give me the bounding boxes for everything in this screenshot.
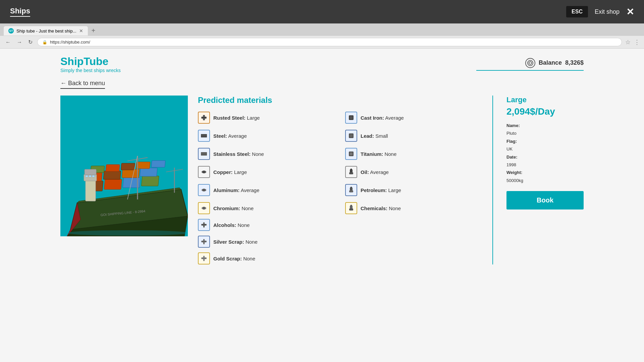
svg-rect-57 <box>349 190 353 192</box>
chromium-text: Chromium: None <box>213 205 254 211</box>
chromium-icon <box>198 202 210 214</box>
copper-icon <box>198 166 210 178</box>
new-tab-button[interactable]: + <box>89 25 98 36</box>
svg-point-31 <box>67 230 188 236</box>
titanium-text: Titanium: None <box>361 151 396 157</box>
steel-text: Steel: Average <box>213 133 247 139</box>
svg-rect-58 <box>351 187 352 188</box>
rusted-steel-icon <box>198 112 210 124</box>
svg-rect-34 <box>202 117 206 118</box>
svg-rect-9 <box>141 176 159 186</box>
ship-weight-line: Weight: 50000kg <box>506 169 584 184</box>
tab-favicon: ST <box>8 28 14 34</box>
oil-text: Oil: Average <box>361 169 389 175</box>
vertical-divider <box>492 96 493 264</box>
game-topbar: Ships ESC Exit shop ✕ <box>0 0 644 23</box>
chemicals-text: Chemicals: None <box>361 205 401 211</box>
balance-section: Balance 8,326$ <box>476 58 584 71</box>
browser-menu-icon[interactable]: ⋮ <box>634 39 640 46</box>
alcohols-text: Alcohols: None <box>213 222 250 228</box>
balance-label: Balance <box>539 59 562 66</box>
svg-rect-54 <box>349 172 353 174</box>
silver-scrap-icon <box>198 236 210 248</box>
list-item: Aluminum: Average <box>198 184 332 196</box>
svg-rect-17 <box>136 162 150 169</box>
game-topbar-right: ESC Exit shop ✕ <box>566 6 634 17</box>
rusted-steel-text: Rusted Steel: Large <box>213 115 260 121</box>
svg-rect-7 <box>104 179 122 189</box>
address-bar[interactable]: 🔒 https://shiptube.com/ <box>37 38 622 46</box>
back-to-menu-button[interactable]: ← Back to menu <box>60 80 105 89</box>
materials-extra: Alcohols: None Silver Scrap: None Gold S… <box>198 219 479 264</box>
bookmark-icon[interactable]: ☆ <box>625 39 631 46</box>
svg-rect-21 <box>85 169 96 175</box>
browser-address-bar: ← → ↻ 🔒 https://shiptube.com/ ☆ ⋮ <box>0 36 644 48</box>
svg-rect-13 <box>140 168 157 176</box>
ship-name-value: Pluto <box>506 129 584 137</box>
materials-left-col: Rusted Steel: Large Steel: Average <box>198 112 332 214</box>
exit-shop-label[interactable]: Exit shop <box>595 8 620 15</box>
oil-icon <box>345 166 357 178</box>
svg-point-0 <box>528 60 533 66</box>
browser-tab-active[interactable]: ST Ship tube - Just the best ship... ✕ <box>3 26 88 36</box>
silver-scrap-text: Silver Scrap: None <box>213 239 258 245</box>
list-item: Chemicals: None <box>345 202 479 214</box>
lead-icon <box>345 130 357 142</box>
svg-rect-67 <box>203 256 205 261</box>
esc-button[interactable]: ESC <box>566 6 588 17</box>
ship-image: GOI SHIPPING LINE - 8-2994 <box>60 96 188 236</box>
svg-rect-18 <box>151 161 165 167</box>
materials-section: Predicted materials Rusted Steel: Large <box>198 96 479 264</box>
list-item: Silver Scrap: None <box>198 236 479 248</box>
materials-title: Predicted materials <box>198 96 479 105</box>
materials-grid: Rusted Steel: Large Steel: Average <box>198 112 479 214</box>
alcohols-icon <box>198 219 210 231</box>
refresh-nav-button[interactable]: ↻ <box>27 38 34 46</box>
book-button[interactable]: Book <box>506 191 584 209</box>
copper-text: Copper: Large <box>213 169 247 175</box>
balance-icon <box>525 58 535 68</box>
list-item: Lead: Small <box>345 130 479 142</box>
list-item: Alcohols: None <box>198 219 479 231</box>
svg-rect-12 <box>122 169 140 178</box>
list-item: Rusted Steel: Large <box>198 112 332 124</box>
brand-subtitle: Simply the best ships wrecks <box>60 68 121 73</box>
ship-weight-value: 50000kg <box>506 177 584 184</box>
ship-flag-line: Flag: UK <box>506 137 584 153</box>
svg-rect-55 <box>351 169 352 170</box>
forward-nav-button[interactable]: → <box>15 39 23 46</box>
ship-flag-value: UK <box>506 145 584 153</box>
svg-rect-23 <box>89 175 91 177</box>
list-item: Gold Scrap: None <box>198 252 479 264</box>
ship-name-line: Name: Pluto <box>506 122 584 137</box>
svg-rect-11 <box>103 171 121 179</box>
steel-icon <box>198 130 210 142</box>
svg-rect-50 <box>350 134 353 137</box>
svg-rect-16 <box>121 163 135 170</box>
game-title: Ships <box>10 7 30 17</box>
svg-rect-65 <box>203 239 205 244</box>
close-icon[interactable]: ✕ <box>626 6 634 17</box>
stainless-steel-text: Stainless Steel: None <box>213 151 264 157</box>
cast-iron-icon <box>345 112 357 124</box>
ship-date-line: Date: 1998 <box>506 153 584 169</box>
svg-rect-44 <box>203 189 205 191</box>
svg-rect-22 <box>86 175 88 177</box>
lead-text: Lead: Small <box>361 133 388 139</box>
back-nav-button[interactable]: ← <box>4 39 12 46</box>
tab-close-icon[interactable]: ✕ <box>79 28 83 34</box>
browser-tabs: ST Ship tube - Just the best ship... ✕ + <box>0 23 644 36</box>
brand-title: ShipTube <box>60 55 121 68</box>
svg-rect-52 <box>350 153 353 155</box>
svg-point-1 <box>529 62 532 64</box>
list-item: Stainless Steel: None <box>198 148 332 160</box>
main-layout: GOI SHIPPING LINE - 8-2994 Predicted mat… <box>60 96 584 264</box>
svg-rect-63 <box>203 222 205 228</box>
svg-rect-61 <box>351 205 352 206</box>
aluminum-icon <box>198 184 210 196</box>
svg-rect-46 <box>203 207 205 209</box>
balance-amount: 8,326$ <box>565 59 584 66</box>
petroleum-text: Petroleum: Large <box>361 187 401 193</box>
list-item: Petroleum: Large <box>345 184 479 196</box>
svg-rect-35 <box>201 134 207 137</box>
